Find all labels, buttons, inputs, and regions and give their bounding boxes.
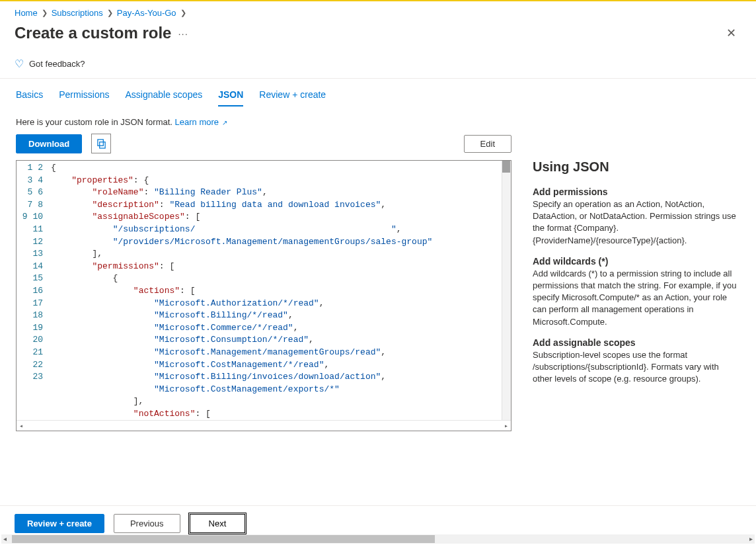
editor-vscrollbar[interactable] [502, 161, 511, 420]
breadcrumb: Home ❯ Subscriptions ❯ Pay-As-You-Go ❯ [0, 1, 756, 22]
help-p-add-scopes: Subscription-level scopes use the format… [533, 349, 740, 386]
svg-rect-0 [99, 142, 104, 147]
page-title: Create a custom role [15, 24, 171, 42]
scroll-left-icon[interactable]: ◂ [3, 535, 7, 542]
review-create-button[interactable]: Review + create [15, 514, 104, 533]
breadcrumb-subscriptions[interactable]: Subscriptions [52, 8, 103, 18]
tab-basics[interactable]: Basics [16, 89, 43, 106]
chevron-right-icon: ❯ [42, 9, 48, 17]
intro-text: Here is your custom role in JSON format.… [16, 117, 511, 127]
json-code: { "properties": { "roleName": "Billing R… [51, 161, 511, 420]
feedback-label: Got feedback? [29, 59, 85, 69]
tab-assignable-scopes[interactable]: Assignable scopes [125, 89, 202, 106]
scroll-right-icon[interactable]: ▸ [749, 535, 753, 542]
chevron-right-icon: ❯ [180, 9, 186, 17]
header: Create a custom role ··· ✕ [0, 22, 756, 48]
tab-review-create[interactable]: Review + create [259, 89, 326, 106]
external-link-icon: ↗ [220, 119, 227, 126]
line-number-gutter: 1 2 3 4 5 6 7 8 9 10 11 12 13 14 15 16 1… [17, 161, 51, 420]
heart-icon: ♡ [15, 58, 24, 70]
json-toolbar: Download Edit [16, 134, 511, 153]
help-h-add-scopes: Add assignable scopes [533, 337, 740, 348]
tab-json[interactable]: JSON [218, 89, 243, 106]
download-button[interactable]: Download [16, 134, 82, 153]
help-pane: Using JSON Add permissions Specify an op… [533, 117, 740, 431]
feedback-link[interactable]: ♡ Got feedback? [0, 48, 756, 79]
scroll-right-icon[interactable]: ▸ [504, 422, 508, 430]
copy-button[interactable] [91, 134, 111, 153]
next-button[interactable]: Next [190, 514, 246, 533]
help-h-add-wildcards: Add wildcards (*) [533, 256, 740, 267]
svg-rect-1 [97, 139, 102, 145]
wizard-footer: Review + create Previous Next [0, 505, 756, 533]
scroll-left-icon[interactable]: ◂ [19, 422, 23, 430]
help-p-add-wildcards: Add wildcards (*) to a permission string… [533, 268, 740, 328]
window-hscrollbar[interactable]: ◂ ▸ [1, 534, 755, 544]
help-p-add-permissions: Specify an operation as an Action, NotAc… [533, 198, 740, 247]
breadcrumb-payg[interactable]: Pay-As-You-Go [117, 8, 176, 18]
intro-text-span: Here is your custom role in JSON format. [16, 117, 175, 127]
chevron-right-icon: ❯ [107, 9, 113, 17]
learn-more-link[interactable]: Learn more ↗ [175, 117, 227, 127]
previous-button[interactable]: Previous [114, 514, 180, 533]
copy-icon [96, 139, 106, 149]
edit-button[interactable]: Edit [464, 135, 511, 153]
tab-strip: Basics Permissions Assignable scopes JSO… [0, 79, 756, 106]
help-title: Using JSON [533, 159, 740, 175]
breadcrumb-home[interactable]: Home [15, 8, 38, 18]
editor-hscrollbar[interactable]: ◂ ▸ [17, 420, 511, 431]
tab-permissions[interactable]: Permissions [59, 89, 109, 106]
close-icon[interactable]: ✕ [721, 23, 741, 43]
more-actions-icon[interactable]: ··· [178, 28, 188, 39]
scrollbar-thumb[interactable] [12, 535, 435, 543]
json-editor[interactable]: 1 2 3 4 5 6 7 8 9 10 11 12 13 14 15 16 1… [16, 160, 511, 431]
help-h-add-permissions: Add permissions [533, 187, 740, 197]
